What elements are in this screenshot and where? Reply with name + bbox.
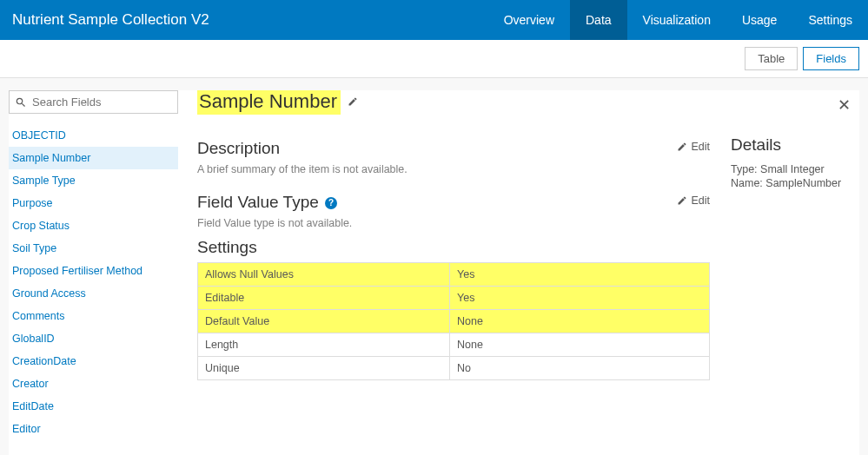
pencil-icon [348, 96, 358, 107]
fvt-header-row: Field Value Type ? Edit [197, 184, 710, 217]
details-name: Name: SampleNumber [731, 177, 844, 189]
description-header-row: Description Edit [197, 130, 710, 163]
edit-label: Edit [691, 195, 710, 207]
top-nav: Overview Data Visualization Usage Settin… [488, 0, 868, 40]
view-toolbar: Table Fields [0, 40, 868, 78]
field-list-item[interactable]: Sample Type [9, 169, 178, 192]
pencil-icon [677, 195, 687, 206]
settings-row: LengthNone [198, 333, 710, 357]
field-details-panel: ✕ Sample Number Description Edit A brief… [178, 90, 859, 455]
settings-value: Yes [450, 287, 710, 310]
search-fields-wrap[interactable] [9, 90, 178, 114]
settings-label: Length [198, 333, 450, 357]
field-list-item[interactable]: Ground Access [9, 282, 178, 305]
field-details-main: Sample Number Description Edit A brief s… [197, 90, 710, 439]
settings-row: EditableYes [198, 287, 710, 310]
field-title-row: Sample Number [197, 90, 710, 115]
edit-label: Edit [691, 141, 710, 153]
details-type-value: Small Integer [760, 163, 825, 175]
details-name-label: Name: [731, 177, 763, 189]
settings-value: No [450, 357, 710, 380]
nav-usage[interactable]: Usage [726, 0, 792, 40]
settings-label: Unique [198, 357, 450, 380]
edit-fvt-button[interactable]: Edit [677, 195, 710, 207]
settings-row: Allows Null ValuesYes [198, 263, 710, 287]
close-icon[interactable]: ✕ [838, 96, 851, 115]
app-header: Nutrient Sample Collection V2 Overview D… [0, 0, 868, 40]
edit-description-button[interactable]: Edit [677, 141, 710, 153]
field-list-item[interactable]: Creator [9, 373, 178, 395]
field-list: OBJECTIDSample NumberSample TypePurposeC… [9, 124, 178, 440]
settings-row: UniqueNo [198, 357, 710, 380]
field-list-item[interactable]: GlobalID [9, 327, 178, 350]
description-heading: Description [197, 139, 280, 158]
settings-value: None [450, 310, 710, 333]
details-type-label: Type: [731, 163, 758, 175]
field-list-item[interactable]: Purpose [9, 192, 178, 214]
nav-visualization[interactable]: Visualization [627, 0, 726, 40]
field-list-item[interactable]: Soil Type [9, 237, 178, 260]
field-list-item[interactable]: CreationDate [9, 350, 178, 373]
table-view-button[interactable]: Table [745, 47, 798, 70]
nav-data[interactable]: Data [570, 0, 627, 40]
fvt-text: Field Value type is not available. [197, 217, 710, 229]
page-title: Nutrient Sample Collection V2 [12, 11, 209, 29]
description-text: A brief summary of the item is not avail… [197, 163, 710, 175]
settings-label: Editable [198, 287, 450, 310]
settings-label: Allows Null Values [198, 263, 450, 287]
field-list-item[interactable]: OBJECTID [9, 124, 178, 147]
settings-table: Allows Null ValuesYesEditableYesDefault … [197, 262, 710, 380]
field-list-item[interactable]: EditDate [9, 395, 178, 418]
settings-value: None [450, 333, 710, 357]
pencil-icon [677, 142, 687, 152]
fvt-heading-text: Field Value Type [197, 193, 319, 211]
nav-overview[interactable]: Overview [488, 0, 570, 40]
field-list-item[interactable]: Crop Status [9, 214, 178, 237]
field-list-item[interactable]: Proposed Fertiliser Method [9, 260, 178, 282]
search-icon [15, 96, 27, 109]
nav-settings[interactable]: Settings [792, 0, 868, 40]
main-area: OBJECTIDSample NumberSample TypePurposeC… [0, 78, 868, 455]
field-list-item[interactable]: Editor [9, 418, 178, 440]
details-sidebar: Details Type: Small Integer Name: Sample… [731, 90, 844, 439]
search-fields-input[interactable] [32, 96, 172, 109]
settings-value: Yes [450, 263, 710, 287]
field-list-item[interactable]: Comments [9, 305, 178, 327]
fields-view-button[interactable]: Fields [803, 47, 859, 70]
details-heading: Details [731, 135, 844, 155]
fvt-heading: Field Value Type ? [197, 193, 337, 212]
field-list-item[interactable]: Sample Number [9, 147, 178, 169]
settings-row: Default ValueNone [198, 310, 710, 333]
info-icon[interactable]: ? [325, 197, 337, 209]
field-title: Sample Number [197, 90, 341, 115]
details-type: Type: Small Integer [731, 163, 844, 175]
edit-title-button[interactable] [348, 96, 358, 109]
fields-sidebar: OBJECTIDSample NumberSample TypePurposeC… [9, 90, 178, 455]
settings-heading: Settings [197, 238, 710, 257]
settings-label: Default Value [198, 310, 450, 333]
details-name-value: SampleNumber [765, 177, 841, 189]
